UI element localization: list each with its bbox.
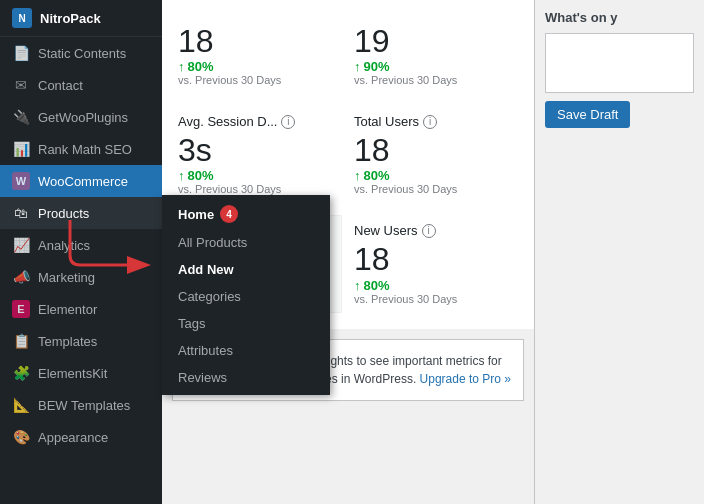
info-icon-new-users[interactable]: i <box>422 224 436 238</box>
sidebar-label-rank-math: Rank Math SEO <box>38 142 132 157</box>
sidebar: N NitroPack 📄 Static Contents ✉ Contact … <box>0 0 162 504</box>
elementskit-icon: 🧩 <box>12 364 30 382</box>
dropdown-item-add-new[interactable]: Add New <box>162 256 330 283</box>
sidebar-item-analytics[interactable]: 📈 Analytics <box>0 229 162 261</box>
dropdown-label-add-new: Add New <box>178 262 234 277</box>
analytics-icon: 📈 <box>12 236 30 254</box>
stat-value-new-users: 18 <box>354 242 518 277</box>
contact-icon: ✉ <box>12 76 30 94</box>
sidebar-label-appearance: Appearance <box>38 430 108 445</box>
dropdown-label-categories: Categories <box>178 289 241 304</box>
products-dropdown: Home 4 All Products Add New Categories T… <box>162 195 330 395</box>
sidebar-item-marketing[interactable]: 📣 Marketing <box>0 261 162 293</box>
stat-vs-orders: vs. Previous 30 Days <box>354 74 518 86</box>
stat-value-sessions: 18 <box>178 24 342 59</box>
sidebar-label-templates: Templates <box>38 334 97 349</box>
info-icon-avg-session[interactable]: i <box>281 115 295 129</box>
stat-vs-sessions: vs. Previous 30 Days <box>178 74 342 86</box>
save-draft-button[interactable]: Save Draft <box>545 101 630 128</box>
sidebar-label-analytics: Analytics <box>38 238 90 253</box>
stat-vs-total-users: vs. Previous 30 Days <box>354 183 518 195</box>
sidebar-item-elementor[interactable]: E Elementor <box>0 293 162 325</box>
stat-vs-new-users: vs. Previous 30 Days <box>354 293 518 305</box>
text-box <box>545 33 694 93</box>
sidebar-item-appearance[interactable]: 🎨 Appearance <box>0 421 162 453</box>
sidebar-label-woocommerce: WooCommerce <box>38 174 128 189</box>
elementor-icon: E <box>12 300 30 318</box>
sidebar-label-elementor: Elementor <box>38 302 97 317</box>
nitropack-icon: N <box>12 8 32 28</box>
dropdown-label-attributes: Attributes <box>178 343 233 358</box>
stat-card-new-users: New Users i 18 80% vs. Previous 30 Days <box>354 215 518 312</box>
stat-card-total-users: Total Users i 18 80% vs. Previous 30 Day… <box>354 106 518 203</box>
sidebar-label-getwoo: GetWooPlugins <box>38 110 128 125</box>
dropdown-item-all-products[interactable]: All Products <box>162 229 330 256</box>
sidebar-item-contact[interactable]: ✉ Contact <box>0 69 162 101</box>
sidebar-logo-label: NitroPack <box>40 11 101 26</box>
sidebar-label-products: Products <box>38 206 89 221</box>
dropdown-label-home: Home <box>178 207 214 222</box>
dropdown-label-all-products: All Products <box>178 235 247 250</box>
stat-card-orders: 19 90% vs. Previous 30 Days <box>354 16 518 94</box>
stat-value-total-users: 18 <box>354 133 518 168</box>
right-panel: What's on y Save Draft <box>534 0 704 504</box>
stat-value-orders: 19 <box>354 24 518 59</box>
products-icon: 🛍 <box>12 204 30 222</box>
marketing-icon: 📣 <box>12 268 30 286</box>
sidebar-label-static-contents: Static Contents <box>38 46 126 61</box>
sidebar-item-woocommerce[interactable]: W WooCommerce <box>0 165 162 197</box>
stat-card-sessions: 18 80% vs. Previous 30 Days <box>178 16 342 94</box>
stat-label-total-users: Total Users i <box>354 114 518 129</box>
stat-value-avg-session: 3s <box>178 133 342 168</box>
sidebar-logo[interactable]: N NitroPack <box>0 0 162 37</box>
sidebar-item-products[interactable]: 🛍 Products <box>0 197 162 229</box>
whats-on-label: What's on y <box>545 10 694 25</box>
dropdown-item-categories[interactable]: Categories <box>162 283 330 310</box>
sidebar-label-bew-templates: BEW Templates <box>38 398 130 413</box>
dropdown-item-tags[interactable]: Tags <box>162 310 330 337</box>
woocommerce-icon: W <box>12 172 30 190</box>
sidebar-item-getwoo[interactable]: 🔌 GetWooPlugins <box>0 101 162 133</box>
stat-label-new-users: New Users i <box>354 223 518 238</box>
dropdown-item-reviews[interactable]: Reviews <box>162 364 330 391</box>
static-contents-icon: 📄 <box>12 44 30 62</box>
stat-card-avg-session: Avg. Session D... i 3s 80% vs. Previous … <box>178 106 342 203</box>
stat-change-avg: 80% <box>178 168 342 183</box>
getwoo-icon: 🔌 <box>12 108 30 126</box>
home-badge: 4 <box>220 205 238 223</box>
upgrade-link[interactable]: Upgrade to Pro » <box>420 372 511 386</box>
stat-change-total-users: 80% <box>354 168 518 183</box>
stat-change-sessions: 80% <box>178 59 342 74</box>
stat-change-orders: 90% <box>354 59 518 74</box>
stat-label-avg-session: Avg. Session D... i <box>178 114 342 129</box>
dropdown-item-attributes[interactable]: Attributes <box>162 337 330 364</box>
sidebar-item-elementskit[interactable]: 🧩 ElementsKit <box>0 357 162 389</box>
appearance-icon: 🎨 <box>12 428 30 446</box>
rank-math-icon: 📊 <box>12 140 30 158</box>
sidebar-item-rank-math[interactable]: 📊 Rank Math SEO <box>0 133 162 165</box>
sidebar-label-marketing: Marketing <box>38 270 95 285</box>
sidebar-item-bew-templates[interactable]: 📐 BEW Templates <box>0 389 162 421</box>
sidebar-item-static-contents[interactable]: 📄 Static Contents <box>0 37 162 69</box>
info-icon-total-users[interactable]: i <box>423 115 437 129</box>
dropdown-item-home[interactable]: Home 4 <box>162 199 330 229</box>
sidebar-label-elementskit: ElementsKit <box>38 366 107 381</box>
dropdown-label-tags: Tags <box>178 316 205 331</box>
stat-vs-avg: vs. Previous 30 Days <box>178 183 342 195</box>
templates-icon: 📋 <box>12 332 30 350</box>
bew-templates-icon: 📐 <box>12 396 30 414</box>
sidebar-item-templates[interactable]: 📋 Templates <box>0 325 162 357</box>
sidebar-label-contact: Contact <box>38 78 83 93</box>
stat-change-new-users: 80% <box>354 278 518 293</box>
dropdown-label-reviews: Reviews <box>178 370 227 385</box>
